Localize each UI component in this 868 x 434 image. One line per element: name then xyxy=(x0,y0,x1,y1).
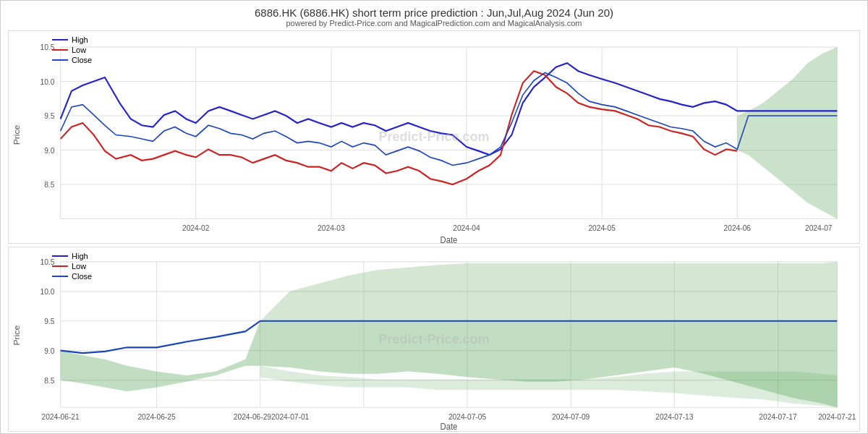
svg-text:2024-06: 2024-06 xyxy=(724,224,752,232)
bottom-legend-low-line xyxy=(52,265,68,267)
legend-low-line xyxy=(52,49,68,51)
top-chart-svg: 10.5 10.0 9.5 9.0 8.5 Price 2024-02 2024… xyxy=(9,31,859,243)
bottom-legend-high: High xyxy=(52,252,92,260)
bottom-chart: Predict-Price.com High Low Close xyxy=(8,247,860,432)
svg-text:2024-07-09: 2024-07-09 xyxy=(552,412,590,420)
legend-low-label: Low xyxy=(72,46,86,54)
bottom-legend-low-label: Low xyxy=(72,262,86,271)
bottom-legend-close: Close xyxy=(52,272,92,281)
legend-high: High xyxy=(52,35,92,44)
svg-text:9.5: 9.5 xyxy=(44,316,54,325)
main-container: 6886.HK (6886.HK) short term price predi… xyxy=(0,0,868,434)
svg-text:2024-07: 2024-07 xyxy=(805,224,833,232)
legend-close-label: Close xyxy=(72,56,92,64)
svg-text:2024-04: 2024-04 xyxy=(453,224,480,232)
header: 6886.HK (6886.HK) short term price predi… xyxy=(1,1,867,29)
page-subtitle: powered by Predict-Price.com and Magical… xyxy=(1,19,867,27)
svg-text:2024-06-25: 2024-06-25 xyxy=(137,412,175,420)
bottom-chart-legend: High Low Close xyxy=(52,252,92,282)
bottom-legend-high-label: High xyxy=(72,252,88,260)
charts-area: Predict-Price.com High Low Close xyxy=(1,29,867,433)
svg-marker-58 xyxy=(260,261,838,320)
svg-text:2024-05: 2024-05 xyxy=(588,224,616,232)
svg-text:Price: Price xyxy=(12,125,21,145)
svg-text:8.5: 8.5 xyxy=(44,375,54,384)
bottom-legend-high-line xyxy=(52,255,68,257)
svg-text:10.0: 10.0 xyxy=(41,286,55,295)
svg-text:2024-03: 2024-03 xyxy=(318,224,345,232)
svg-text:2024-07-05: 2024-07-05 xyxy=(448,412,486,420)
top-chart-legend: High Low Close xyxy=(52,35,92,66)
legend-close: Close xyxy=(52,56,92,64)
svg-text:2024-06-21: 2024-06-21 xyxy=(41,412,79,420)
svg-text:2024-07-17: 2024-07-17 xyxy=(759,412,796,420)
svg-text:2024-07-21: 2024-07-21 xyxy=(818,412,856,420)
legend-low: Low xyxy=(52,46,92,54)
legend-close-line xyxy=(52,59,68,61)
legend-high-line xyxy=(52,39,68,41)
bottom-legend-close-label: Close xyxy=(72,272,92,281)
svg-text:8.5: 8.5 xyxy=(44,180,54,189)
top-chart: Predict-Price.com High Low Close xyxy=(8,30,860,244)
svg-text:9.5: 9.5 xyxy=(44,111,54,120)
svg-text:2024-06-292024-07-01: 2024-06-292024-07-01 xyxy=(234,412,310,420)
page-title: 6886.HK (6886.HK) short term price predi… xyxy=(1,7,867,19)
legend-high-label: High xyxy=(72,35,88,44)
svg-text:2024-07-13: 2024-07-13 xyxy=(655,412,693,420)
svg-text:9.0: 9.0 xyxy=(44,146,54,155)
svg-text:Date: Date xyxy=(441,421,458,430)
bottom-legend-low: Low xyxy=(52,262,92,271)
bottom-chart-svg: 10.5 10.0 9.5 9.0 8.5 Price 2024-06-21 2… xyxy=(9,247,859,431)
svg-text:Price: Price xyxy=(12,325,21,345)
svg-text:Date: Date xyxy=(441,234,458,242)
svg-text:9.0: 9.0 xyxy=(44,346,54,354)
svg-text:10.0: 10.0 xyxy=(41,77,55,86)
svg-marker-26 xyxy=(737,47,837,218)
bottom-legend-close-line xyxy=(52,276,68,277)
svg-text:2024-02: 2024-02 xyxy=(182,224,210,232)
